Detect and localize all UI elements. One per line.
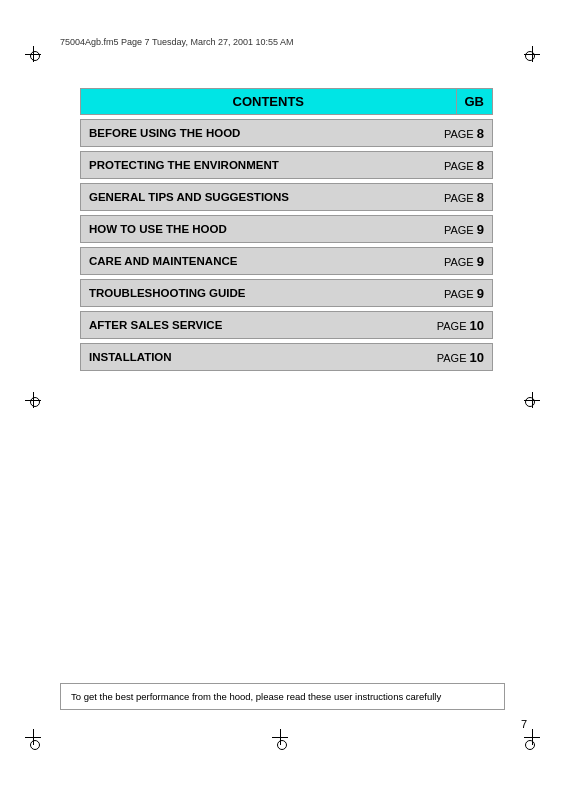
contents-header-row: CONTENTS GB (80, 88, 493, 115)
toc-row-label: PROTECTING THE ENVIRONMENT (81, 154, 432, 176)
toc-row-label: INSTALLATION (81, 346, 429, 368)
toc-row-label: HOW TO USE THE HOOD (81, 218, 432, 240)
toc-row-page: PAGE 10 (429, 345, 492, 370)
reg-circle-mid-left (30, 397, 40, 407)
reg-circle-mid-right (525, 397, 535, 407)
footer-note: To get the best performance from the hoo… (60, 683, 505, 710)
gb-label: GB (457, 88, 494, 115)
toc-row-label: BEFORE USING THE HOOD (81, 122, 432, 144)
toc-row: CARE AND MAINTENANCEPAGE 9 (80, 247, 493, 275)
page-number: 7 (521, 718, 527, 730)
reg-circle-top-right (525, 51, 535, 61)
toc-row: AFTER SALES SERVICEPAGE 10 (80, 311, 493, 339)
toc-row: TROUBLESHOOTING GUIDEPAGE 9 (80, 279, 493, 307)
toc-row-page: PAGE 9 (432, 217, 492, 242)
reg-circle-bottom-mid (277, 740, 287, 750)
toc-row-label: GENERAL TIPS AND SUGGESTIONS (81, 186, 432, 208)
toc-row-page: PAGE 8 (432, 153, 492, 178)
toc-row-page: PAGE 8 (432, 121, 492, 146)
toc-row-label: CARE AND MAINTENANCE (81, 250, 432, 272)
toc-row-label: TROUBLESHOOTING GUIDE (81, 282, 432, 304)
toc-row-page: PAGE 8 (432, 185, 492, 210)
toc-row-page: PAGE 9 (432, 249, 492, 274)
file-info: 75004Agb.fm5 Page 7 Tuesday, March 27, 2… (60, 37, 530, 47)
toc-row-page: PAGE 9 (432, 281, 492, 306)
toc-row: PROTECTING THE ENVIRONMENTPAGE 8 (80, 151, 493, 179)
reg-circle-bottom-right (525, 740, 535, 750)
toc-row: INSTALLATIONPAGE 10 (80, 343, 493, 371)
toc-row: BEFORE USING THE HOODPAGE 8 (80, 119, 493, 147)
toc-list: BEFORE USING THE HOODPAGE 8PROTECTING TH… (80, 119, 493, 371)
toc-row: GENERAL TIPS AND SUGGESTIONSPAGE 8 (80, 183, 493, 211)
reg-circle-bottom-left (30, 740, 40, 750)
main-content: CONTENTS GB BEFORE USING THE HOODPAGE 8P… (80, 88, 493, 375)
toc-row: HOW TO USE THE HOODPAGE 9 (80, 215, 493, 243)
toc-row-label: AFTER SALES SERVICE (81, 314, 429, 336)
toc-row-page: PAGE 10 (429, 313, 492, 338)
contents-title: CONTENTS (80, 88, 457, 115)
reg-circle-top-left (30, 51, 40, 61)
